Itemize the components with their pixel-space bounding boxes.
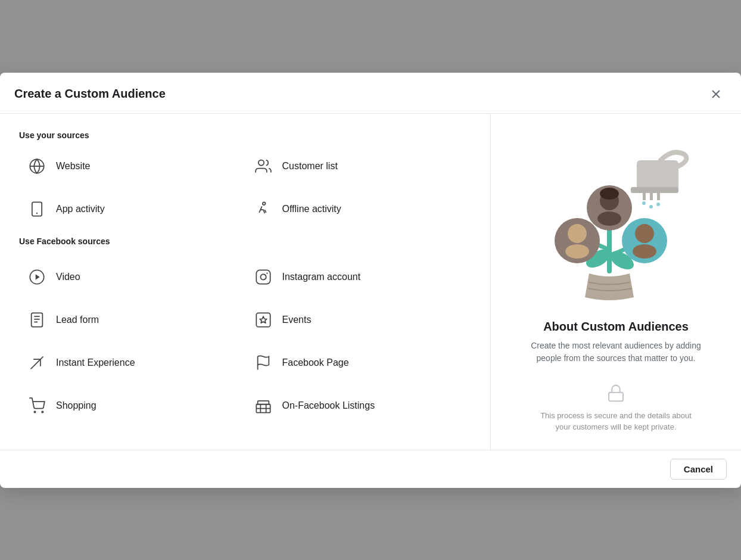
close-icon bbox=[710, 88, 722, 100]
lead-form-option[interactable]: Lead form bbox=[19, 298, 245, 341]
shopping-label: Shopping bbox=[56, 400, 96, 411]
video-label: Video bbox=[56, 272, 80, 282]
left-panel: Use your sources Website bbox=[0, 114, 491, 450]
your-sources-section: Use your sources Website bbox=[19, 130, 471, 231]
svg-line-19 bbox=[31, 366, 34, 369]
flag-icon bbox=[253, 352, 274, 374]
modal-title: Create a Custom Audience bbox=[14, 87, 166, 101]
right-panel: About Custom Audiences Create the most r… bbox=[491, 114, 741, 450]
svg-point-45 bbox=[568, 224, 587, 243]
svg-point-42 bbox=[597, 211, 621, 226]
svg-rect-16 bbox=[256, 313, 270, 326]
play-circle-icon bbox=[26, 266, 48, 288]
shopping-option[interactable]: Shopping bbox=[19, 384, 245, 427]
instagram-option[interactable]: Instagram account bbox=[245, 256, 472, 298]
phone-icon bbox=[26, 198, 48, 220]
svg-point-22 bbox=[34, 411, 35, 412]
customer-list-label: Customer list bbox=[282, 161, 338, 172]
instant-experience-option[interactable]: Instant Experience bbox=[19, 341, 245, 384]
offline-activity-label: Offline activity bbox=[282, 204, 341, 214]
modal-footer: Cancel bbox=[0, 450, 741, 488]
svg-rect-33 bbox=[657, 193, 660, 200]
star-box-icon bbox=[253, 309, 274, 331]
modal-header: Create a Custom Audience bbox=[0, 73, 741, 114]
walk-icon bbox=[253, 198, 274, 220]
svg-marker-9 bbox=[36, 274, 40, 279]
facebook-page-option[interactable]: Facebook Page bbox=[245, 341, 472, 384]
cancel-button[interactable]: Cancel bbox=[670, 459, 727, 480]
svg-point-34 bbox=[642, 201, 646, 205]
lock-icon bbox=[606, 384, 625, 405]
modal-overlay[interactable]: Create a Custom Audience Use your source… bbox=[0, 0, 741, 560]
shopping-cart-icon bbox=[26, 395, 48, 416]
facebook-sources-grid: Video Instagram account bbox=[19, 256, 471, 427]
svg-rect-12 bbox=[32, 313, 43, 326]
secure-text: This process is secure and the details a… bbox=[533, 410, 699, 433]
svg-point-35 bbox=[649, 205, 653, 209]
website-label: Website bbox=[56, 161, 91, 172]
app-activity-label: App activity bbox=[56, 204, 105, 214]
offline-activity-option[interactable]: Offline activity bbox=[245, 188, 472, 231]
your-sources-label: Use your sources bbox=[19, 130, 471, 140]
svg-point-4 bbox=[258, 160, 263, 165]
svg-point-36 bbox=[656, 203, 660, 206]
svg-rect-32 bbox=[650, 193, 653, 200]
svg-line-18 bbox=[33, 359, 41, 366]
secure-section: This process is secure and the details a… bbox=[533, 384, 699, 433]
close-button[interactable] bbox=[705, 83, 727, 105]
app-activity-option[interactable]: App activity bbox=[19, 188, 245, 231]
website-option[interactable]: Website bbox=[19, 145, 245, 188]
users-icon bbox=[253, 155, 274, 177]
on-facebook-listings-label: On-Facebook Listings bbox=[282, 400, 375, 411]
svg-rect-29 bbox=[637, 160, 678, 190]
instagram-label: Instagram account bbox=[282, 272, 361, 282]
about-desc: Create the most relevant audiences by ad… bbox=[521, 340, 711, 365]
about-title: About Custom Audiences bbox=[543, 320, 689, 334]
audience-illustration bbox=[533, 130, 699, 309]
video-option[interactable]: Video bbox=[19, 256, 245, 298]
create-custom-audience-modal: Create a Custom Audience Use your source… bbox=[0, 73, 741, 488]
svg-point-23 bbox=[42, 411, 43, 412]
modal-body: Use your sources Website bbox=[0, 114, 741, 450]
svg-point-48 bbox=[635, 224, 654, 243]
instagram-icon bbox=[253, 266, 274, 288]
events-label: Events bbox=[282, 315, 312, 325]
on-facebook-listings-option[interactable]: On-Facebook Listings bbox=[245, 384, 472, 427]
svg-rect-10 bbox=[256, 270, 270, 284]
your-sources-grid: Website Customer list bbox=[19, 145, 471, 231]
customer-list-option[interactable]: Customer list bbox=[245, 145, 472, 188]
svg-marker-17 bbox=[260, 316, 267, 323]
events-option[interactable]: Events bbox=[245, 298, 472, 341]
svg-rect-30 bbox=[631, 187, 678, 193]
facebook-sources-label: Use Facebook sources bbox=[19, 237, 471, 246]
lead-form-icon bbox=[26, 309, 48, 331]
svg-line-20 bbox=[41, 356, 43, 359]
lead-form-label: Lead form bbox=[56, 315, 99, 325]
svg-point-46 bbox=[565, 244, 589, 259]
instant-experience-label: Instant Experience bbox=[56, 357, 135, 368]
svg-point-7 bbox=[262, 202, 265, 205]
globe-icon bbox=[26, 155, 48, 177]
facebook-page-label: Facebook Page bbox=[282, 357, 349, 368]
svg-rect-31 bbox=[643, 193, 646, 200]
svg-point-43 bbox=[600, 188, 619, 200]
expand-arrows-icon bbox=[26, 352, 48, 374]
svg-point-49 bbox=[633, 244, 656, 259]
svg-rect-50 bbox=[609, 392, 623, 401]
facebook-sources-section: Use Facebook sources Video bbox=[19, 237, 471, 427]
storefront-icon bbox=[253, 395, 274, 416]
